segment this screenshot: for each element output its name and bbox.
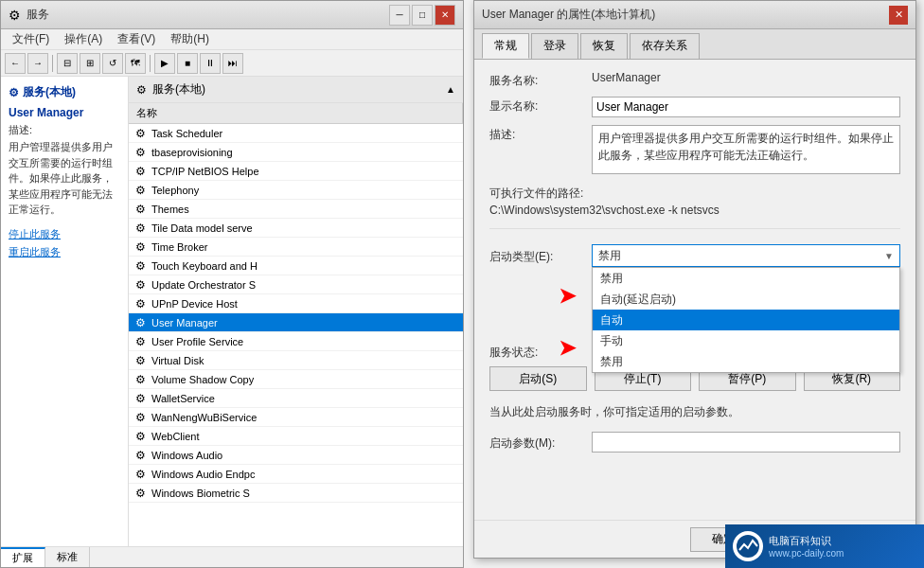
menu-help[interactable]: 帮助(H) xyxy=(163,29,217,49)
play-btn[interactable]: ▶ xyxy=(154,53,175,74)
option-disabled-first[interactable]: 禁用 xyxy=(593,268,899,289)
startup-dropdown[interactable]: 禁用 ▼ 禁用 自动(延迟启动) 自动 手动 禁用 xyxy=(592,244,900,267)
back-btn[interactable]: ← xyxy=(5,53,26,74)
service-icon: ⚙ xyxy=(133,334,148,349)
svg-point-0 xyxy=(737,535,759,558)
desc-row: 描述: 用户管理器提供多用户交互所需要的运行时组件。如果停止此服务，某些应用程序… xyxy=(489,125,900,174)
sidebar-desc-text: 用户管理器提供多用户交互所需要的运行时组件。如果停止此服务，某些应用程序可能无法… xyxy=(9,139,120,218)
watermark: 电脑百科知识 www.pc-daily.com xyxy=(725,524,924,568)
service-name: UPnP Device Host xyxy=(151,298,459,310)
tab-dependencies[interactable]: 依存关系 xyxy=(630,33,700,59)
service-icon: ⚙ xyxy=(133,486,148,501)
service-list-item[interactable]: ⚙TCP/IP NetBIOS Helpe xyxy=(129,162,463,181)
desc-label: 描述: xyxy=(489,125,584,143)
service-name: Virtual Disk xyxy=(151,355,459,366)
service-name: Volume Shadow Copy xyxy=(151,374,459,385)
service-list-item[interactable]: ⚙WebClient xyxy=(129,427,463,446)
service-name: Themes xyxy=(151,204,459,215)
view-btn2[interactable]: ⊞ xyxy=(80,53,100,74)
service-name: Windows Biometric S xyxy=(151,488,459,499)
service-list-item[interactable]: ⚙WalletService xyxy=(129,389,463,408)
service-list-item[interactable]: ⚙Update Orchestrator S xyxy=(129,275,463,294)
start-btn[interactable]: 启动(S) xyxy=(489,366,587,391)
services-window: ⚙ 服务 ─ □ ✕ 文件(F) 操作(A) 查看(V) 帮助(H) ← → ⊟… xyxy=(0,0,464,568)
tab-standard[interactable]: 标准 xyxy=(45,547,90,567)
services-window-icon: ⚙ xyxy=(9,8,21,23)
close-btn[interactable]: ✕ xyxy=(435,5,455,26)
services-window-title: 服务 xyxy=(27,7,389,23)
path-value: C:\Windows\system32\svchost.exe -k netsv… xyxy=(489,204,900,217)
menu-file[interactable]: 文件(F) xyxy=(5,29,57,49)
minimize-btn[interactable]: ─ xyxy=(389,5,410,26)
startup-dropdown-menu: 禁用 自动(延迟启动) 自动 手动 禁用 xyxy=(592,267,900,373)
sort-icon: ▲ xyxy=(446,84,455,95)
tab-general[interactable]: 常规 xyxy=(482,33,529,59)
service-list-item[interactable]: ⚙User Manager xyxy=(129,313,463,332)
service-list-item[interactable]: ⚙Touch Keyboard and H xyxy=(129,257,463,275)
param-input[interactable] xyxy=(592,432,900,453)
desc-value: 用户管理器提供多用户交互所需要的运行时组件。如果停止此服务，某些应用程序可能无法… xyxy=(592,125,900,174)
option-auto-delayed[interactable]: 自动(延迟启动) xyxy=(593,289,899,310)
sidebar-header: ⚙ 服务(本地) xyxy=(9,84,120,100)
service-name: User Profile Service xyxy=(151,336,459,347)
service-list-item[interactable]: ⚙WanNengWuBiService xyxy=(129,408,463,427)
maximize-btn[interactable]: □ xyxy=(412,5,433,26)
display-name-label: 显示名称: xyxy=(489,97,584,115)
service-list-item[interactable]: ⚙Windows Biometric S xyxy=(129,484,463,503)
tab-recovery[interactable]: 恢复 xyxy=(580,33,628,59)
service-name-value: UserManager xyxy=(592,71,900,84)
sidebar-link-stop[interactable]: 停止此服务 xyxy=(9,227,120,241)
option-disabled[interactable]: 禁用 xyxy=(593,351,899,372)
services-list-title: 服务(本地) xyxy=(152,81,205,98)
services-list[interactable]: ⚙Task Scheduler⚙tbaseprovisioning⚙TCP/IP… xyxy=(129,124,463,546)
display-name-input[interactable] xyxy=(592,97,900,117)
service-name-row: 服务名称: UserManager xyxy=(489,71,900,89)
option-auto[interactable]: 自动 xyxy=(593,310,899,330)
view-btn[interactable]: ⊟ xyxy=(57,53,78,74)
main-content: ⚙ 服务(本地) User Manager 描述: 用户管理器提供多用户交互所需… xyxy=(1,77,463,546)
service-list-item[interactable]: ⚙Tile Data model serve xyxy=(129,219,463,238)
startup-dropdown-btn[interactable]: 禁用 ▼ xyxy=(592,244,900,267)
service-list-item[interactable]: ⚙tbaseprovisioning xyxy=(129,143,463,162)
dialog-close-btn[interactable]: ✕ xyxy=(889,6,908,25)
service-list-item[interactable]: ⚙User Profile Service xyxy=(129,332,463,351)
restart-btn[interactable]: ⏭ xyxy=(222,53,243,74)
service-list-item[interactable]: ⚙Volume Shadow Copy xyxy=(129,370,463,389)
service-name: tbaseprovisioning xyxy=(151,147,459,158)
menu-view[interactable]: 查看(V) xyxy=(110,29,163,49)
service-icon: ⚙ xyxy=(133,240,148,255)
service-list-item[interactable]: ⚙Themes xyxy=(129,200,463,219)
service-name: Windows Audio xyxy=(151,450,459,461)
column-headers: 名称 xyxy=(129,103,463,124)
service-name: TCP/IP NetBIOS Helpe xyxy=(151,166,459,177)
tab-login[interactable]: 登录 xyxy=(531,33,578,59)
dropdown-arrow-icon: ▼ xyxy=(884,251,894,261)
watermark-logo xyxy=(733,531,763,561)
service-list-item[interactable]: ⚙Windows Audio Endpc xyxy=(129,465,463,484)
sidebar-desc-label: 描述: xyxy=(9,123,120,137)
toolbar: ← → ⊟ ⊞ ↺ 🗺 ▶ ■ ⏸ ⏭ xyxy=(1,50,463,77)
col-name[interactable]: 名称 xyxy=(129,103,463,123)
tab-expand[interactable]: 扩展 xyxy=(1,547,45,567)
service-list-item[interactable]: ⚙Time Broker xyxy=(129,238,463,257)
service-list-item[interactable]: ⚙Virtual Disk xyxy=(129,351,463,370)
service-list-item[interactable]: ⚙Windows Audio xyxy=(129,446,463,465)
service-list-item[interactable]: ⚙Task Scheduler xyxy=(129,124,463,143)
service-icon: ⚙ xyxy=(133,410,148,425)
path-section: 可执行文件的路径: C:\Windows\system32\svchost.ex… xyxy=(489,186,900,217)
pause-btn2[interactable]: ⏸ xyxy=(200,53,221,74)
stop-btn2[interactable]: ■ xyxy=(177,53,198,74)
sidebar-link-restart[interactable]: 重启此服务 xyxy=(9,245,120,259)
menu-bar: 文件(F) 操作(A) 查看(V) 帮助(H) xyxy=(1,29,463,50)
refresh-btn[interactable]: ↺ xyxy=(102,53,123,74)
param-row: 启动参数(M): xyxy=(489,432,900,453)
watermark-text-block: 电脑百科知识 www.pc-daily.com xyxy=(769,534,844,559)
service-list-item[interactable]: ⚙UPnP Device Host xyxy=(129,294,463,313)
service-name: Telephony xyxy=(151,185,459,196)
option-manual[interactable]: 手动 xyxy=(593,330,899,351)
service-list-item[interactable]: ⚙Telephony xyxy=(129,181,463,200)
service-icon: ⚙ xyxy=(133,315,148,330)
map-btn[interactable]: 🗺 xyxy=(125,53,146,74)
menu-action[interactable]: 操作(A) xyxy=(57,29,110,49)
forward-btn[interactable]: → xyxy=(27,53,48,74)
